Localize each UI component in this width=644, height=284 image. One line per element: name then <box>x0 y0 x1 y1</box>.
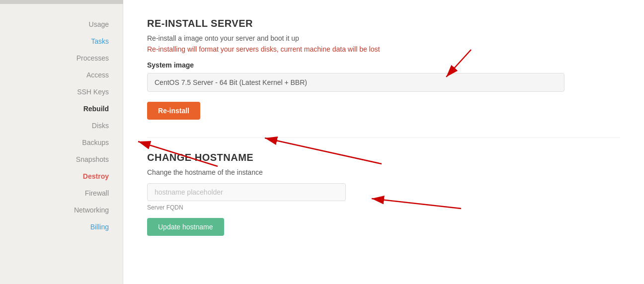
hostname-title: CHANGE HOSTNAME <box>147 152 620 163</box>
hostname-input[interactable] <box>147 183 346 201</box>
system-image-select[interactable]: CentOS 7.5 Server - 64 Bit (Latest Kerne… <box>147 73 564 92</box>
sidebar-item-usage[interactable]: Usage <box>0 16 123 33</box>
sidebar: UsageTasksProcessesAccessSSH KeysRebuild… <box>0 0 123 284</box>
sidebar-item-destroy[interactable]: Destroy <box>0 168 123 185</box>
hostname-hint: Server FQDN <box>147 204 620 211</box>
reinstall-button[interactable]: Re-install <box>147 102 200 120</box>
main-content: RE-INSTALL SERVER Re-install a image ont… <box>123 0 644 284</box>
sidebar-item-snapshots[interactable]: Snapshots <box>0 151 123 168</box>
section-divider <box>147 138 620 138</box>
reinstall-title: RE-INSTALL SERVER <box>147 18 620 29</box>
sidebar-item-firewall[interactable]: Firewall <box>0 185 123 202</box>
update-hostname-button[interactable]: Update hostname <box>147 218 224 236</box>
hostname-section: CHANGE HOSTNAME Change the hostname of t… <box>147 152 620 236</box>
sidebar-item-networking[interactable]: Networking <box>0 202 123 218</box>
hostname-subtitle: Change the hostname of the instance <box>147 168 620 176</box>
sidebar-item-rebuild[interactable]: Rebuild <box>0 100 123 117</box>
reinstall-warning: Re-installing will format your servers d… <box>147 45 620 53</box>
sidebar-item-access[interactable]: Access <box>0 67 123 83</box>
sidebar-item-backups[interactable]: Backups <box>0 134 123 151</box>
sidebar-item-processes[interactable]: Processes <box>0 50 123 67</box>
sidebar-item-disks[interactable]: Disks <box>0 117 123 134</box>
sidebar-item-tasks[interactable]: Tasks <box>0 33 123 50</box>
sidebar-item-ssh-keys[interactable]: SSH Keys <box>0 83 123 100</box>
system-image-label: System image <box>147 61 620 69</box>
reinstall-subtitle: Re-install a image onto your server and … <box>147 34 620 42</box>
reinstall-section: RE-INSTALL SERVER Re-install a image ont… <box>147 18 620 138</box>
sidebar-item-billing[interactable]: Billing <box>0 218 123 235</box>
